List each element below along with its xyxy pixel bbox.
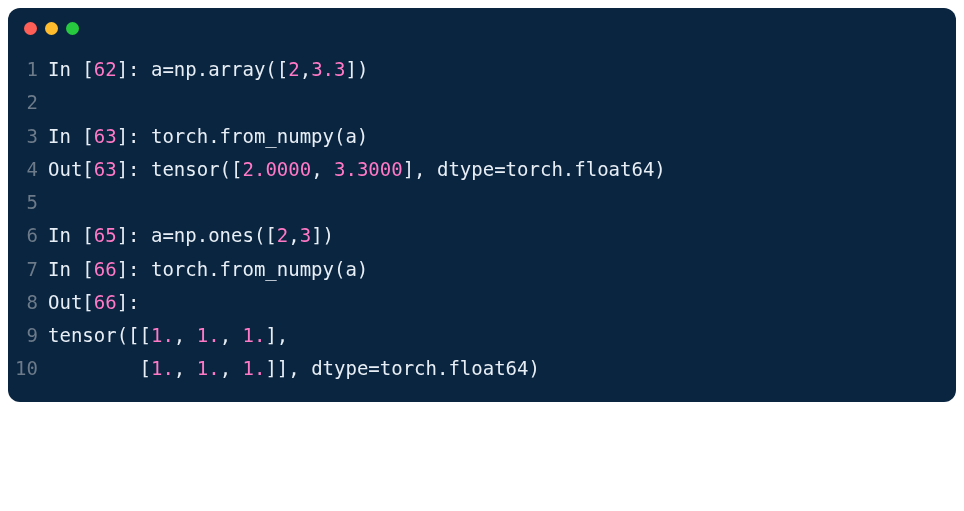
code-token: 1. xyxy=(243,324,266,346)
code-token: 1. xyxy=(243,357,266,379)
code-line: 1In [62]: a=np.array([2,3.3]) xyxy=(8,53,956,86)
code-token: In [ xyxy=(48,224,94,246)
line-number: 6 xyxy=(8,219,48,252)
code-token: 66 xyxy=(94,291,117,313)
line-number: 4 xyxy=(8,153,48,186)
line-content: In [66]: torch.from_numpy(a) xyxy=(48,253,368,286)
code-token: Out[ xyxy=(48,158,94,180)
code-line: 3In [63]: torch.from_numpy(a) xyxy=(8,120,956,153)
code-token: 66 xyxy=(94,258,117,280)
code-token: 1. xyxy=(151,324,174,346)
code-token: 3 xyxy=(300,224,311,246)
code-token: 1. xyxy=(151,357,174,379)
code-token: 63 xyxy=(94,158,117,180)
code-token: tensor([[ xyxy=(48,324,151,346)
minimize-icon[interactable] xyxy=(45,22,58,35)
code-token: , xyxy=(174,357,197,379)
code-token: 3.3000 xyxy=(334,158,403,180)
code-token: ], xyxy=(265,324,288,346)
code-token: , xyxy=(220,357,243,379)
code-token: 63 xyxy=(94,125,117,147)
line-content: Out[63]: tensor([2.0000, 3.3000], dtype=… xyxy=(48,153,666,186)
code-token: , xyxy=(220,324,243,346)
code-token: In [ xyxy=(48,125,94,147)
code-token: Out[ xyxy=(48,291,94,313)
code-token: , xyxy=(174,324,197,346)
code-line: 2 xyxy=(8,86,956,119)
line-number: 10 xyxy=(8,352,48,385)
line-number: 3 xyxy=(8,120,48,153)
code-token: ]: a=np.array([ xyxy=(117,58,289,80)
line-content: In [62]: a=np.array([2,3.3]) xyxy=(48,53,368,86)
code-line: 8Out[66]: xyxy=(8,286,956,319)
code-area: 1In [62]: a=np.array([2,3.3])23In [63]: … xyxy=(8,45,956,386)
code-token: ]) xyxy=(311,224,334,246)
line-number: 5 xyxy=(8,186,48,219)
code-token: 3.3 xyxy=(311,58,345,80)
code-token: , xyxy=(300,58,311,80)
line-number: 7 xyxy=(8,253,48,286)
code-token: ]: a=np.ones([ xyxy=(117,224,277,246)
code-token: ]], dtype=torch.float64) xyxy=(265,357,540,379)
title-bar xyxy=(8,8,956,45)
code-token: ]: torch.from_numpy(a) xyxy=(117,258,369,280)
line-number: 9 xyxy=(8,319,48,352)
line-content: [1., 1., 1.]], dtype=torch.float64) xyxy=(48,352,540,385)
code-token: ], dtype=torch.float64) xyxy=(403,158,666,180)
code-token: , xyxy=(288,224,299,246)
close-icon[interactable] xyxy=(24,22,37,35)
line-content: In [65]: a=np.ones([2,3]) xyxy=(48,219,334,252)
code-token: In [ xyxy=(48,258,94,280)
code-token: [ xyxy=(48,357,151,379)
code-line: 10 [1., 1., 1.]], dtype=torch.float64) xyxy=(8,352,956,385)
code-token: 1. xyxy=(197,357,220,379)
code-token: ]: xyxy=(117,291,140,313)
line-content: Out[66]: xyxy=(48,286,140,319)
code-token: 2 xyxy=(277,224,288,246)
maximize-icon[interactable] xyxy=(66,22,79,35)
code-line: 4Out[63]: tensor([2.0000, 3.3000], dtype… xyxy=(8,153,956,186)
line-number: 1 xyxy=(8,53,48,86)
code-token: 2.0000 xyxy=(243,158,312,180)
code-token: ]: torch.from_numpy(a) xyxy=(117,125,369,147)
code-line: 6In [65]: a=np.ones([2,3]) xyxy=(8,219,956,252)
code-token: 1. xyxy=(197,324,220,346)
line-content: tensor([[1., 1., 1.], xyxy=(48,319,288,352)
code-token: 62 xyxy=(94,58,117,80)
terminal-window: 1In [62]: a=np.array([2,3.3])23In [63]: … xyxy=(8,8,956,402)
code-line: 5 xyxy=(8,186,956,219)
code-token: 65 xyxy=(94,224,117,246)
code-token: ]: tensor([ xyxy=(117,158,243,180)
line-content: In [63]: torch.from_numpy(a) xyxy=(48,120,368,153)
line-number: 2 xyxy=(8,86,48,119)
code-token: 2 xyxy=(288,58,299,80)
code-line: 7In [66]: torch.from_numpy(a) xyxy=(8,253,956,286)
code-token: In [ xyxy=(48,58,94,80)
line-number: 8 xyxy=(8,286,48,319)
code-line: 9tensor([[1., 1., 1.], xyxy=(8,319,956,352)
code-token: , xyxy=(311,158,334,180)
code-token: ]) xyxy=(345,58,368,80)
